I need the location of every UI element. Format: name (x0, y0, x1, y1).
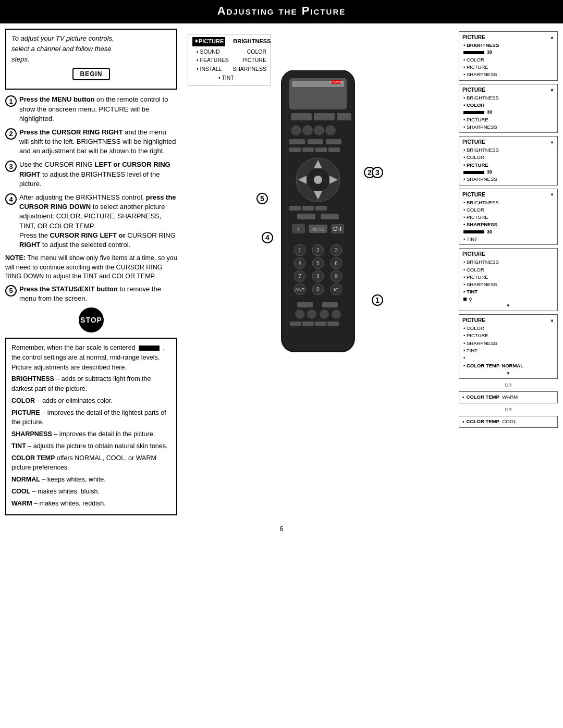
pm4-item-picture: PICTURE (462, 214, 554, 221)
pm6-item-color: COLOR (462, 325, 554, 332)
pic-menu-colortemp-warm: • COLOR TEMP WARM (459, 391, 558, 403)
menu-item-sound: SOUND COLOR (192, 47, 266, 56)
step-2-content: Press the CURSOR RING RIGHT and the menu… (19, 128, 177, 156)
pm3-title: PICTURE ▲ (462, 138, 554, 146)
svg-text:8: 8 (316, 274, 320, 279)
pm5-bar: 0 (463, 296, 554, 303)
svg-rect-66 (302, 322, 314, 326)
stop-center: STOP (5, 307, 177, 332)
pm3-item-color: COLOR (462, 154, 554, 161)
svg-point-7 (302, 125, 313, 135)
pm6-title: PICTURE ▲ (462, 316, 554, 324)
intro-box: To adjust your TV picture controls, sele… (5, 29, 177, 90)
svg-rect-12 (326, 139, 341, 144)
page-header: Adjusting the Picture (0, 0, 563, 23)
pm1-item-sharpness: SHARPNESS (462, 71, 554, 78)
pm4-bar-val: 30 (487, 229, 492, 236)
pm1-arrow-up: ▲ (550, 34, 554, 41)
menu-item-tint: TINT (192, 73, 266, 82)
pm3-bar-val: 30 (487, 169, 492, 176)
step-4-content: After adjusting the BRIGHTNESS control, … (19, 193, 177, 250)
ct-warm-bullet: • (462, 393, 464, 401)
pm5-title-text: PICTURE (462, 250, 485, 258)
step-1-content: Press the MENU button on the remote cont… (19, 95, 177, 124)
pm4-list: BRIGHTNESS COLOR PICTURE SHARPNESS 30 TI… (462, 199, 554, 243)
info-tint: TINT – adjusts the picture to obtain nat… (11, 441, 171, 451)
menu-active-title: ✦PICTURE (192, 37, 225, 46)
step-label-1: 1 (372, 294, 383, 306)
pm2-item-brightness: BRIGHTNESS (462, 94, 554, 102)
svg-point-63 (320, 310, 329, 319)
ct-cool-label: COLOR TEMP (467, 418, 500, 425)
pm6-list: COLOR PICTURE SHARPNESS TINT • COLOR TEM… (462, 325, 554, 370)
intro-line3: steps. (11, 55, 171, 64)
svg-point-62 (307, 310, 316, 319)
svg-text:+: + (297, 226, 300, 232)
step-3-content: Use the CURSOR RING LEFT or CURSOR RING … (19, 160, 177, 189)
pm2-item-picture: PICTURE (462, 116, 554, 124)
step-4: 4 After adjusting the BRIGHTNESS control… (5, 193, 177, 250)
pm3-arrow-up: ▲ (550, 139, 554, 145)
pic-menu-tint: PICTURE BRIGHTNESS COLOR PICTURE SHARPNE… (459, 248, 558, 311)
pm2-bar: 30 (463, 109, 554, 116)
ct-warm-row: • COLOR TEMP WARM (462, 393, 554, 401)
pm5-bar-fill (463, 298, 467, 301)
main-container: To adjust your TV picture controls, sele… (0, 23, 563, 515)
ct-cool-row: • COLOR TEMP COOL (462, 418, 554, 426)
step-2: 2 Press the CURSOR RING RIGHT and the me… (5, 128, 177, 156)
note-label: NOTE: (5, 254, 26, 262)
svg-rect-26 (315, 206, 327, 211)
page-number: 6 (0, 521, 563, 537)
menu-list: SOUND COLOR FEATURES PICTURE INSTALL SHA… (192, 47, 266, 82)
pm3-item-picture: PICTURE 30 (462, 162, 554, 176)
pm1-list: BRIGHTNESS 30 COLOR PICTURE SHARPNESS (462, 42, 554, 79)
pm3-bar: 30 (463, 169, 554, 176)
menu-item-features: FEATURES PICTURE (192, 56, 266, 65)
pm6-colortemp-val: NORMAL (501, 362, 523, 369)
info-colortemp: COLOR TEMP offers NORMAL, COOL, or WARM … (11, 453, 171, 473)
svg-text:0: 0 (316, 287, 320, 292)
pm5-tint-label: TINT (467, 289, 478, 294)
page-title: Adjusting the Picture (217, 4, 346, 17)
pm5-arrow-down: ▼ (462, 303, 554, 309)
info-picture: PICTURE – improves the detail of the lig… (11, 408, 171, 428)
pm6-arrow-up: ▲ (550, 317, 554, 324)
info-warm: WARM – makes whites, reddish. (11, 499, 171, 509)
left-column: To adjust your TV picture controls, sele… (5, 29, 177, 515)
pic-menu-picture: PICTURE ▲ BRIGHTNESS COLOR PICTURE 30 SH… (459, 136, 558, 186)
svg-rect-60 (322, 302, 338, 307)
pm2-list: BRIGHTNESS COLOR 30 PICTURE SHARPNESS (462, 94, 554, 131)
svg-text:7: 7 (298, 274, 301, 279)
info-box: Remember, when the bar scale is centered… (5, 338, 177, 515)
svg-rect-4 (314, 113, 335, 120)
ct-cool-val: COOL (503, 418, 517, 425)
pm2-color-label: COLOR (467, 102, 484, 108)
info-color: COLOR – adds or eliminates color. (11, 396, 171, 406)
menu-overlay: ✦PICTURE BRIGHTNESS SOUND COLOR FEATURES… (188, 34, 271, 85)
svg-point-61 (295, 310, 304, 319)
svg-rect-11 (308, 139, 323, 144)
info-cool: COOL – makes whites, bluish. (11, 487, 171, 497)
pm1-title: PICTURE ▲ (462, 33, 554, 41)
pm6-colortemp-label: • COLOR TEMP (463, 362, 499, 369)
remote-svg: + CH MUTE 1 2 3 4 5 6 7 (250, 70, 386, 373)
pic-menu-color: PICTURE ▲ BRIGHTNESS COLOR 30 PICTURE SH… (459, 84, 558, 133)
pm3-title-text: PICTURE (462, 138, 485, 146)
pm6-item-sharpness: SHARPNESS (462, 340, 554, 347)
pm6-item-picture: PICTURE (462, 332, 554, 339)
pic-menu-sharpness: PICTURE ▲ BRIGHTNESS COLOR PICTURE SHARP… (459, 189, 558, 245)
pm5-item-color: COLOR (462, 266, 554, 274)
step-5-bold: Press the STATUS/EXIT button (19, 285, 118, 293)
pm5-item-sharpness: SHARPNESS (462, 281, 554, 288)
pm5-bar-val: 0 (469, 296, 472, 303)
pm4-item-tint: TINT (462, 236, 554, 243)
pm6-colortemp-row: • COLOR TEMP NORMAL (463, 362, 554, 369)
pm5-item-brightness: BRIGHTNESS (462, 258, 554, 266)
step-3: 3 Use the CURSOR RING LEFT or CURSOR RIN… (5, 160, 177, 189)
svg-rect-14 (302, 147, 314, 152)
step-label-5: 5 (256, 193, 268, 204)
pm1-item-color: COLOR (462, 56, 554, 64)
pic-menu-colortemp: PICTURE ▲ COLOR PICTURE SHARPNESS TINT •… (459, 314, 558, 379)
svg-text:IG: IG (334, 287, 339, 292)
pm1-bar-fill (463, 51, 484, 54)
